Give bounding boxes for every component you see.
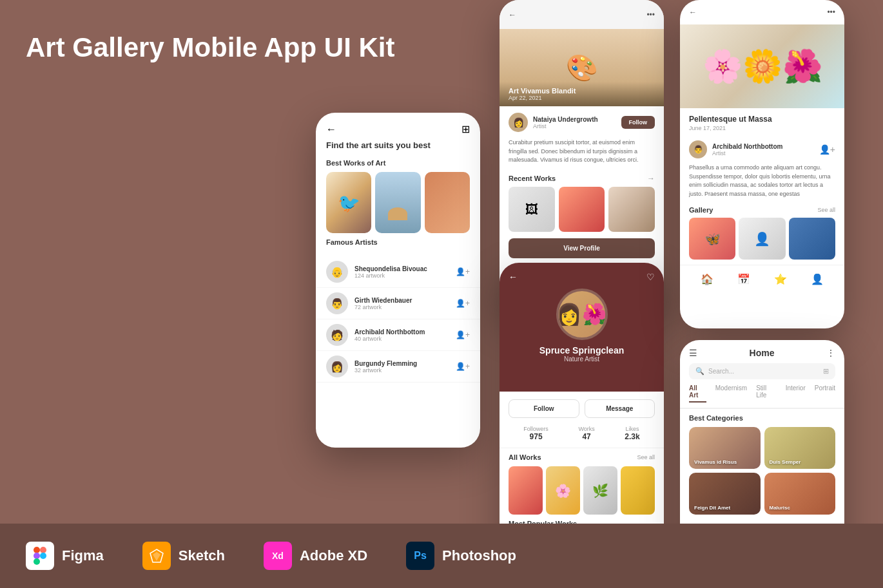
category-card-3[interactable]: Feign Dit Amet [689,473,761,515]
gallery-title: Gallery [689,206,713,214]
followers-stat: Followers 975 [523,426,548,441]
more-icon[interactable]: ⋮ [826,348,835,358]
avatar: 👨 [689,140,707,158]
search-placeholder: Search... [708,368,819,375]
work-thumb-1[interactable] [509,466,543,515]
recent-work-1[interactable] [509,187,555,232]
screen3-nav: ← ♡ [500,272,664,282]
artist-count: 124 artwork [354,272,449,279]
xd-icon: Xd [264,542,292,570]
screen1-tagline: Find the art suits you best [316,140,480,154]
follow-button[interactable]: Follow [621,116,655,129]
home-icon[interactable]: 🏠 [701,273,713,285]
tool-figma: Figma [26,542,104,570]
filter-icon[interactable]: ⊞ [823,367,829,375]
arrow-icon[interactable]: → [647,174,655,183]
artwork-thumb-3[interactable] [425,172,470,233]
artist-name: Archibald Northbottom [712,143,814,150]
filter-icon[interactable]: ⊞ [461,123,470,135]
followers-value: 975 [523,432,548,441]
art-description: Phasellus a urna commodo ante aliquam ar… [680,164,844,204]
search-bar[interactable]: 🔍 Search... ⊞ [689,363,835,379]
category-label: Feign Dit Amet [694,505,730,511]
add-artist-icon[interactable]: 👤+ [456,267,470,276]
menu-icon[interactable]: ☰ [689,348,697,358]
category-card-1[interactable]: Vivamus id Risus [689,427,761,469]
category-tabs: All Art Modernism Still Life Interior Po… [680,384,844,409]
sketch-icon [142,542,171,570]
star-icon[interactable]: ⭐ [774,273,787,285]
recent-works-header: Recent Works → [500,170,664,187]
artist-count: 40 artwork [354,336,449,342]
page-title-area: Art Gallery Mobile App UI Kit [26,32,395,63]
screen1-section1: Best Works of Art [316,154,480,172]
page-title: Art Gallery Mobile App UI Kit [26,32,395,63]
add-artist-icon[interactable]: 👤+ [456,330,470,339]
gallery-thumb-2[interactable] [739,218,785,260]
action-buttons: Follow Message [500,392,664,426]
tab-modernism[interactable]: Modernism [715,384,747,403]
tool-sketch: Sketch [142,542,225,570]
more-icon[interactable]: ••• [646,10,655,19]
art-date: June 17, 2021 [689,125,835,131]
add-artist-icon[interactable]: 👤+ [819,144,835,155]
follow-button[interactable]: Follow [509,399,579,418]
all-works-header: All Works See all [500,448,664,466]
add-artist-icon[interactable]: 👤+ [456,362,470,371]
gallery-thumb-3[interactable] [789,218,835,260]
gallery-thumb-1[interactable] [689,218,735,260]
artist-info: Girth Wiedenbauer 72 artwork [354,297,449,310]
artist-info: Nataiya Undergrowth Artist [533,116,616,129]
tab-portrait[interactable]: Portrait [815,384,835,403]
back-icon[interactable]: ← [509,10,516,19]
back-icon[interactable]: ← [326,124,336,135]
see-all-link[interactable]: See all [817,207,835,213]
add-artist-icon[interactable]: 👤+ [456,299,470,308]
figma-label: Figma [62,547,104,564]
art-description: Curabitur pretium suscipit tortor, at eu… [500,138,664,170]
screen-title: Home [750,348,775,358]
list-item[interactable]: 🧑 Archibald Northbottom 40 artwork 👤+ [316,319,480,351]
recent-work-3[interactable] [608,187,655,232]
screen4-nav: ← ••• [680,0,844,24]
best-categories-section: Best Categories Vivamus id Risus Duis Se… [680,409,844,518]
artist-info: Archibald Northbottom Artist [712,143,814,156]
back-icon[interactable]: ← [689,8,697,17]
back-icon[interactable]: ← [509,272,518,282]
artist-row: 👩 Nataiya Undergrowth Artist Follow [500,106,664,138]
screen1-section2: Famous Artists [316,233,480,251]
category-card-4[interactable]: Malurisc [764,473,836,515]
art-info: Pellentesque ut Massa June 17, 2021 [680,108,844,135]
message-button[interactable]: Message [585,399,655,418]
tab-still-life[interactable]: Still Life [756,384,777,403]
screen-art-detail-right: ← ••• 🌸🌼🌺 Pellentesque ut Massa June 17,… [680,0,844,328]
art-title: Pellentesque ut Massa [689,115,835,124]
work-thumb-2[interactable] [546,466,580,515]
categories-grid: Vivamus id Risus Duis Semper Feign Dit A… [689,427,835,515]
xd-label: Adobe XD [300,547,367,564]
work-thumb-4[interactable] [621,466,655,515]
screen2-header: ← ••• [500,0,664,29]
recent-work-2[interactable] [559,187,605,232]
tab-interior[interactable]: Interior [786,384,806,403]
calendar-icon[interactable]: 📅 [737,273,750,285]
more-icon[interactable]: ••• [827,8,835,17]
artist-name: Archibald Northbottom [354,328,449,336]
artist-info: Shequondelisa Bivouac 124 artwork [354,265,449,279]
list-item[interactable]: 👨 Girth Wiedenbauer 72 artwork 👤+ [316,288,480,319]
art-overlay: Art Vivamus Blandit Apr 22, 2021 [500,82,664,106]
tab-all-art[interactable]: All Art [689,384,706,403]
svg-rect-0 [34,547,40,553]
bottom-nav: 🏠 📅 ⭐ 👤 [680,265,844,293]
see-all-link[interactable]: See all [637,454,655,460]
list-item[interactable]: 👩 Burgundy Flemming 32 artwork 👤+ [316,351,480,383]
list-item[interactable]: 👴 Shequondelisa Bivouac 124 artwork 👤+ [316,256,480,288]
work-thumb-3[interactable] [583,466,617,515]
view-profile-button[interactable]: View Profile [509,238,655,258]
sketch-label: Sketch [179,547,225,564]
artwork-thumb-2[interactable] [375,172,420,233]
artwork-thumb-1[interactable] [326,172,371,233]
profile-icon[interactable]: 👤 [811,273,824,285]
category-card-2[interactable]: Duis Semper [764,427,836,469]
heart-icon[interactable]: ♡ [646,272,655,282]
